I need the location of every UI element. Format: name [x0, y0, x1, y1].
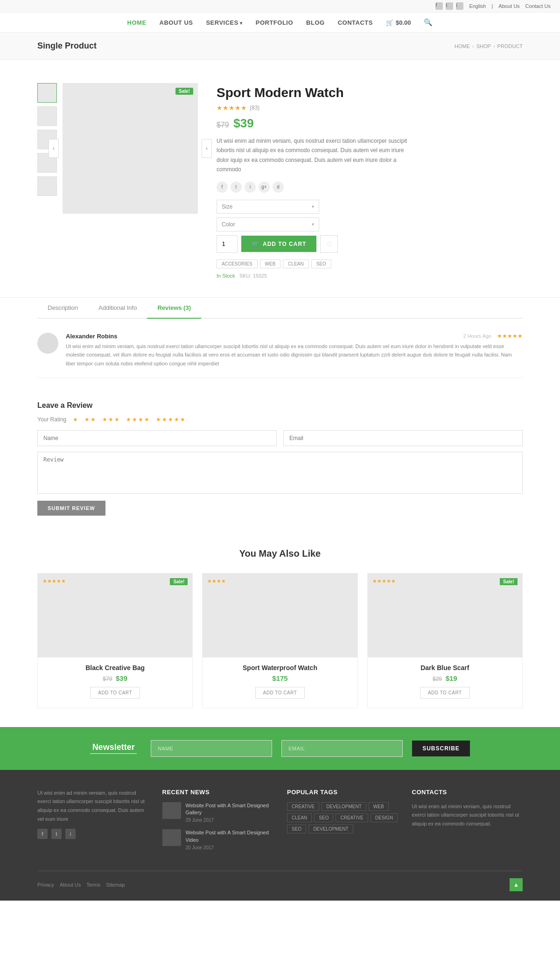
tab-reviews[interactable]: Reviews (3)	[147, 298, 201, 319]
footer-privacy-link[interactable]: Privacy	[37, 882, 54, 888]
submit-review-button[interactable]: SUBMIT REVIEW	[37, 501, 105, 516]
star-5[interactable]: ★★★★★	[156, 416, 185, 423]
share-googleplus[interactable]: g+	[259, 182, 270, 193]
pop-tag-8[interactable]: DEVELOPMENT	[308, 825, 353, 833]
share-digg[interactable]: d	[273, 182, 284, 193]
facebook-icon[interactable]: f	[435, 2, 443, 10]
product-title: Sport Modern Watch	[217, 85, 523, 100]
footer-popular-tags-title: POPULAR TAGS	[287, 789, 398, 796]
nav-about[interactable]: ABOUT US	[160, 19, 193, 26]
product-thumbs	[37, 83, 57, 279]
footer-instagram-icon[interactable]: i	[65, 829, 76, 839]
footer-about-link[interactable]: About Us	[60, 882, 81, 888]
news-date-1: 29 June 2017	[186, 818, 273, 823]
pop-tag-7[interactable]: SEO	[287, 825, 306, 833]
color-select[interactable]: Color ▾	[217, 217, 319, 231]
card-image-1: ★★★★★ Sale!	[38, 573, 192, 657]
footer-twitter-icon[interactable]: t	[51, 829, 62, 839]
star-4[interactable]: ★★★★	[126, 416, 149, 423]
thumb-1[interactable]	[37, 83, 57, 103]
footer-sitemap-link[interactable]: Sitemap	[106, 882, 125, 888]
carousel-next-button[interactable]: ›	[202, 139, 212, 158]
review-textarea[interactable]	[37, 452, 523, 494]
tag-web[interactable]: WEB	[260, 259, 281, 268]
nav-contacts[interactable]: CONTACTS	[338, 19, 373, 26]
pop-tag-6[interactable]: DESIGN	[371, 813, 398, 822]
footer-about-col: Ut wisi enim ad minim veniam, quis nostr…	[37, 789, 148, 857]
review-content: Alexander Robins 2 Hours Ago ★★★★★ Ut wi…	[66, 333, 523, 368]
pop-tag-2[interactable]: WEB	[369, 802, 389, 811]
add-to-cart-button-1[interactable]: ADD TO CART	[90, 687, 140, 699]
review-text: Ut wisi enim ad minim veniam, quis nostr…	[66, 342, 523, 368]
instagram-icon[interactable]: i	[456, 2, 463, 10]
footer-contacts-title: CONTACTS	[412, 789, 523, 796]
pop-tag-0[interactable]: CREATIVE	[287, 802, 319, 811]
scroll-to-top-button[interactable]: ▲	[510, 878, 523, 891]
share-twitter[interactable]: t	[231, 182, 242, 193]
top-contact-link[interactable]: Contact Us	[525, 3, 551, 9]
size-arrow-icon: ▾	[312, 204, 314, 209]
pop-tag-4[interactable]: SEO	[314, 813, 333, 822]
top-about-link[interactable]: About Us	[498, 3, 519, 9]
tag-accesories[interactable]: ACCESORIES	[217, 259, 258, 268]
carousel-prev-button[interactable]: ‹	[49, 139, 59, 158]
breadcrumb-shop[interactable]: SHOP	[476, 43, 491, 49]
footer-terms-link[interactable]: Terms	[86, 882, 100, 888]
nav-cart[interactable]: 🛒 $0.00	[386, 19, 411, 26]
product-tabs: Description Additional Info Reviews (3) …	[0, 297, 560, 530]
footer-recent-news-title: RECENT NEWS	[162, 789, 273, 796]
size-select[interactable]: Size ▾	[217, 200, 319, 214]
sku-label: SKU: 15025	[239, 273, 267, 279]
newsletter-name-input[interactable]	[151, 740, 272, 757]
news-thumb-2	[162, 829, 181, 846]
pop-tag-1[interactable]: DEVELOPMENT	[322, 802, 366, 811]
search-icon[interactable]: 🔍	[424, 18, 433, 27]
star-3[interactable]: ★★★	[102, 416, 119, 423]
card-body-1: Black Creative Bag $79 $39 ADD TO CART	[38, 657, 192, 701]
tag-clean[interactable]: CLEAN	[283, 259, 308, 268]
review-name-input[interactable]	[37, 430, 277, 446]
tab-additional-info[interactable]: Additional Info	[88, 298, 147, 319]
card-rating-1: ★★★★★	[42, 578, 66, 584]
popular-tags-list: CREATIVE DEVELOPMENT WEB CLEAN SEO CREAT…	[287, 802, 398, 833]
star-1[interactable]: ★	[73, 416, 78, 423]
review-email-input[interactable]	[283, 430, 523, 446]
footer-facebook-icon[interactable]: f	[37, 829, 48, 839]
nav-services[interactable]: SERVICES	[206, 19, 242, 26]
footer-bottom: Privacy About Us Terms Sitemap ▲	[37, 871, 523, 891]
page-title: Single Product	[37, 41, 97, 51]
share-instagram[interactable]: i	[245, 182, 256, 193]
star-2[interactable]: ★★	[84, 416, 96, 423]
share-facebook[interactable]: f	[217, 182, 228, 193]
product-images: Sale! ‹ ›	[37, 83, 198, 279]
footer-contacts-col: CONTACTS Ut wisi enim ad minim veniam, q…	[412, 789, 523, 857]
thumb-5[interactable]	[37, 176, 57, 196]
add-to-cart-button-2[interactable]: ADD TO CART	[255, 687, 305, 699]
quantity-input[interactable]	[217, 235, 238, 253]
breadcrumb-home[interactable]: HOME	[455, 43, 470, 49]
newsletter-email-input[interactable]	[281, 740, 403, 757]
color-arrow-icon: ▾	[312, 222, 314, 227]
subscribe-button[interactable]: SUBSCRIBE	[412, 741, 470, 756]
news-title-1[interactable]: Website Post with A Smart Designed Galle…	[186, 802, 273, 817]
also-like-section: You May Also Like ★★★★★ Sale! Black Crea…	[0, 530, 560, 727]
product-social: f t i g+ d	[217, 182, 523, 193]
product-stock-sku: In Stock SKU: 15025	[217, 273, 523, 279]
tag-seo[interactable]: SEO	[311, 259, 331, 268]
nav-blog[interactable]: BLOG	[306, 19, 325, 26]
add-to-cart-button-3[interactable]: ADD TO CART	[420, 687, 470, 699]
wishlist-button[interactable]: ♡	[320, 235, 338, 253]
news-title-2[interactable]: Website Post with A Smart Designed Video	[186, 829, 273, 844]
language-selector[interactable]: English	[469, 3, 486, 9]
add-to-cart-button[interactable]: 🛒 ADD TO CART	[241, 236, 316, 252]
review-meta: 2 Hours Ago ★★★★★	[463, 333, 523, 339]
tab-description[interactable]: Description	[37, 298, 88, 319]
pop-tag-3[interactable]: CLEAN	[287, 813, 312, 822]
nav-home[interactable]: HOME	[127, 19, 147, 26]
product-description: Ut wisi enim ad minim veniam, quis nostr…	[217, 136, 413, 175]
thumb-2[interactable]	[37, 106, 57, 126]
pop-tag-5[interactable]: CREATIVE	[336, 813, 368, 822]
twitter-icon[interactable]: t	[446, 2, 453, 10]
nav-portfolio[interactable]: PORTFOLIO	[256, 19, 293, 26]
card-title-1: Black Creative Bag	[44, 664, 186, 671]
